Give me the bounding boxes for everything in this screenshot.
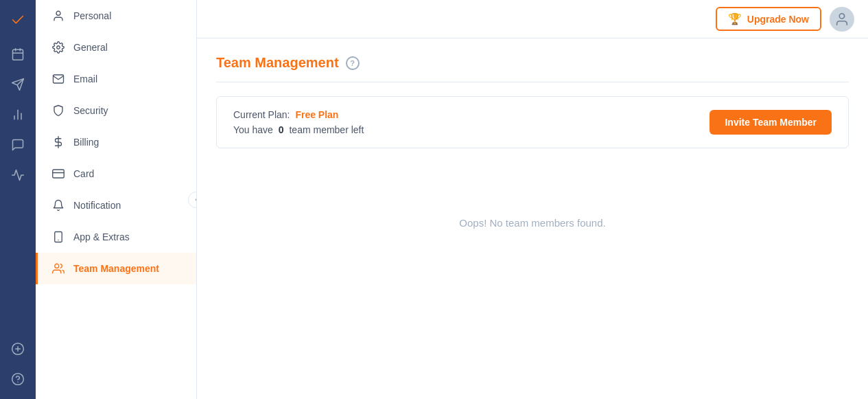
- help-circle-icon[interactable]: ?: [346, 56, 360, 70]
- content-inner: Team Management ? Current Plan: Free Pla…: [197, 38, 868, 399]
- plan-label-line: Current Plan: Free Plan: [233, 109, 364, 120]
- sidebar-item-notification-label: Notification: [73, 200, 121, 211]
- sidebar-item-email-label: Email: [73, 73, 97, 84]
- plan-name: Free Plan: [295, 109, 338, 120]
- card-icon: [51, 168, 65, 180]
- page-header: Team Management ?: [216, 55, 849, 82]
- sidebar-item-billing-label: Billing: [73, 137, 99, 148]
- svg-point-12: [12, 374, 24, 385]
- svg-rect-19: [55, 232, 62, 242]
- team-suffix: team member left: [289, 124, 364, 135]
- invite-team-member-button[interactable]: Invite Team Member: [709, 110, 832, 135]
- sidebar-item-notification[interactable]: Notification: [36, 190, 196, 221]
- sidebar-item-personal-label: Personal: [73, 10, 111, 21]
- shield-icon: [51, 104, 65, 117]
- icon-bar-bottom: [5, 336, 31, 392]
- sidebar-item-app-extras[interactable]: App & Extras: [36, 221, 196, 253]
- chevron-left-icon: ‹: [195, 196, 197, 203]
- sidebar-item-security-label: Security: [73, 105, 108, 116]
- invite-button-label: Invite Team Member: [725, 117, 817, 128]
- help-nav-icon[interactable]: [5, 366, 31, 392]
- sidebar-item-billing[interactable]: Billing: [36, 126, 196, 158]
- person-icon: [51, 10, 65, 22]
- beta-nav-icon[interactable]: [5, 162, 31, 188]
- dollar-icon: [51, 136, 65, 148]
- icon-bar: [0, 0, 36, 399]
- team-line-text: You have: [233, 124, 273, 135]
- content-area: Team Management ? Current Plan: Free Pla…: [197, 38, 868, 399]
- sidebar-item-app-extras-label: App & Extras: [73, 231, 130, 242]
- add-nav-icon[interactable]: [5, 336, 31, 362]
- svg-point-14: [56, 11, 60, 15]
- chat-nav-icon[interactable]: [5, 132, 31, 158]
- sidebar-item-security[interactable]: Security: [36, 95, 196, 126]
- svg-point-21: [55, 264, 59, 268]
- logo-icon[interactable]: [5, 7, 31, 33]
- sidebar-item-card[interactable]: Card: [36, 158, 196, 190]
- bell-icon: [51, 199, 65, 212]
- empty-message: Oops! No team members found.: [459, 217, 605, 229]
- svg-point-22: [839, 13, 844, 18]
- upgrade-button-label: Upgrade Now: [747, 14, 809, 25]
- avatar[interactable]: [830, 7, 854, 32]
- sidebar-item-email[interactable]: Email: [36, 63, 196, 95]
- calendar-nav-icon[interactable]: [5, 41, 31, 67]
- help-label: ?: [350, 59, 355, 67]
- plan-card: Current Plan: Free Plan You have 0 team …: [216, 96, 849, 148]
- main-area: 🏆 Upgrade Now Team Management ?: [197, 0, 868, 399]
- email-icon: [51, 73, 65, 85]
- send-nav-icon[interactable]: [5, 71, 31, 98]
- trophy-icon: 🏆: [728, 12, 742, 25]
- team-count: 0: [279, 124, 284, 135]
- sidebar-item-team-management[interactable]: Team Management: [36, 253, 196, 284]
- sidebar: Personal General Email Security: [36, 0, 197, 399]
- phone-icon: [51, 231, 65, 243]
- sidebar-item-general-label: General: [73, 42, 108, 53]
- plan-info: Current Plan: Free Plan You have 0 team …: [233, 109, 364, 135]
- current-plan-label: Current Plan:: [233, 109, 290, 120]
- sidebar-item-general[interactable]: General: [36, 32, 196, 63]
- analytics-nav-icon[interactable]: [5, 102, 31, 128]
- sidebar-item-personal[interactable]: Personal: [36, 0, 196, 32]
- svg-rect-0: [13, 49, 23, 60]
- svg-point-15: [57, 46, 60, 49]
- svg-rect-17: [53, 170, 64, 178]
- sidebar-item-team-management-label: Team Management: [73, 263, 159, 274]
- empty-state: Oops! No team members found.: [216, 162, 849, 284]
- page-title: Team Management: [216, 55, 339, 71]
- topbar: 🏆 Upgrade Now: [197, 0, 868, 38]
- team-icon: [51, 262, 65, 275]
- gear-icon: [51, 41, 65, 54]
- sidebar-item-card-label: Card: [73, 168, 94, 179]
- team-count-line: You have 0 team member left: [233, 124, 364, 135]
- upgrade-button[interactable]: 🏆 Upgrade Now: [716, 7, 821, 31]
